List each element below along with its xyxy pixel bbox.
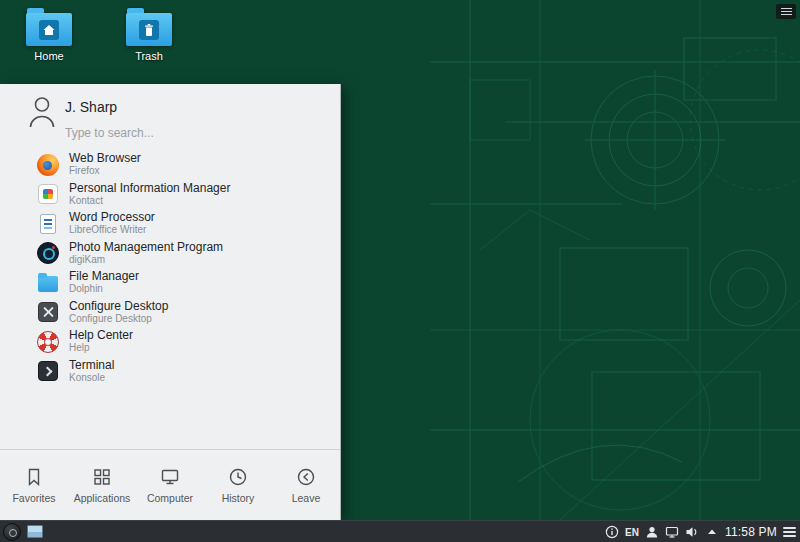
- app-title: Configure Desktop: [69, 300, 168, 313]
- app-item-pim[interactable]: Personal Information Manager Kontact: [0, 180, 340, 210]
- desktop-icon-label: Trash: [112, 50, 186, 62]
- app-launcher-button[interactable]: [3, 523, 21, 541]
- digikam-icon: [36, 241, 60, 265]
- app-grid-icon: [91, 466, 113, 488]
- app-item-photo-management[interactable]: Photo Management Program digiKam: [0, 239, 340, 269]
- tab-label: History: [222, 492, 255, 504]
- tab-label: Applications: [74, 492, 131, 504]
- tab-applications[interactable]: Applications: [68, 450, 136, 520]
- panel-menu-icon[interactable]: [783, 527, 796, 536]
- app-title: Personal Information Manager: [69, 182, 230, 195]
- keyboard-layout-badge[interactable]: EN: [625, 527, 639, 538]
- desktop-icon-home[interactable]: Home: [12, 8, 86, 62]
- user-status-icon[interactable]: [645, 525, 659, 539]
- app-item-configure-desktop[interactable]: Configure Desktop Configure Desktop: [0, 298, 340, 328]
- display-icon[interactable]: [665, 525, 679, 539]
- clock-icon: [227, 466, 249, 488]
- volume-icon[interactable]: [685, 525, 699, 539]
- dolphin-folder-icon: [36, 271, 60, 295]
- app-item-file-manager[interactable]: File Manager Dolphin: [0, 268, 340, 298]
- app-title: Help Center: [69, 329, 133, 342]
- tab-label: Computer: [147, 492, 193, 504]
- app-item-word-processor[interactable]: Word Processor LibreOffice Writer: [0, 209, 340, 239]
- desktop-icon-label: Home: [12, 50, 86, 62]
- taskbar-clock[interactable]: 11:58 PM: [725, 525, 777, 539]
- tab-leave[interactable]: Leave: [272, 450, 340, 520]
- firefox-icon: [36, 153, 60, 177]
- app-subtitle: digiKam: [69, 254, 223, 266]
- trash-folder-icon: [126, 8, 172, 46]
- app-title: Word Processor: [69, 211, 155, 224]
- app-subtitle: Kontact: [69, 195, 230, 207]
- user-name: J. Sharp: [65, 99, 117, 115]
- search-input[interactable]: Type to search...: [65, 126, 154, 140]
- system-settings-icon: [36, 300, 60, 324]
- app-subtitle: Dolphin: [69, 283, 139, 295]
- app-title: File Manager: [69, 270, 139, 283]
- app-subtitle: LibreOffice Writer: [69, 224, 155, 236]
- app-subtitle: Konsole: [69, 372, 114, 384]
- app-subtitle: Firefox: [69, 165, 141, 177]
- launcher-tab-strip: Favorites Applications: [0, 449, 340, 520]
- tab-label: Leave: [292, 492, 321, 504]
- libreoffice-writer-icon: [36, 212, 60, 236]
- expand-tray-icon[interactable]: [705, 525, 719, 539]
- app-item-terminal[interactable]: Terminal Konsole: [0, 357, 340, 387]
- application-launcher-menu: J. Sharp Type to search... Web Browser F…: [0, 84, 341, 520]
- tab-history[interactable]: History: [204, 450, 272, 520]
- user-avatar-icon[interactable]: [25, 93, 59, 133]
- monitor-icon: [159, 466, 181, 488]
- leave-back-icon: [295, 466, 317, 488]
- launcher-header: J. Sharp Type to search...: [0, 84, 340, 148]
- taskbar-panel: EN: [0, 520, 800, 542]
- bookmark-icon: [23, 466, 45, 488]
- tab-label: Favorites: [12, 492, 55, 504]
- home-folder-icon: [26, 8, 72, 46]
- tab-favorites[interactable]: Favorites: [0, 450, 68, 520]
- trash-glyph-icon: [139, 20, 159, 40]
- app-subtitle: Configure Desktop: [69, 313, 168, 325]
- desktop-icon-trash[interactable]: Trash: [112, 8, 186, 62]
- system-tray: EN: [605, 521, 796, 542]
- desktop-toolbox-button[interactable]: [776, 4, 796, 19]
- taskbar-window-button[interactable]: [27, 525, 43, 538]
- app-subtitle: Help: [69, 342, 133, 354]
- app-item-web-browser[interactable]: Web Browser Firefox: [0, 150, 340, 180]
- tab-computer[interactable]: Computer: [136, 450, 204, 520]
- desktop: Home Trash J. Sharp Ty: [0, 0, 800, 520]
- info-icon[interactable]: [605, 525, 619, 539]
- help-lifebuoy-icon: [36, 330, 60, 354]
- home-glyph-icon: [39, 20, 59, 40]
- terminal-icon: [36, 359, 60, 383]
- app-title: Terminal: [69, 359, 114, 372]
- kontact-icon: [36, 182, 60, 206]
- app-title: Photo Management Program: [69, 241, 223, 254]
- app-item-help-center[interactable]: Help Center Help: [0, 327, 340, 357]
- app-title: Web Browser: [69, 152, 141, 165]
- app-list: Web Browser Firefox Personal Information…: [0, 150, 340, 386]
